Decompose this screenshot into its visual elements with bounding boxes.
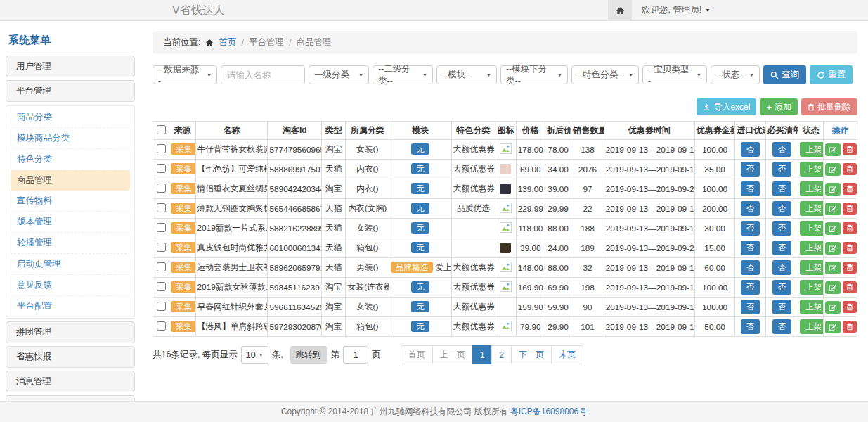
sidebar-item-9[interactable]: 启动页管理 <box>11 254 130 275</box>
status-button[interactable]: 上架 <box>800 221 824 236</box>
sidebar-item-12[interactable]: 拼团管理 <box>6 321 135 343</box>
import-select-toggle[interactable]: 否 <box>741 162 760 177</box>
must-buy-toggle[interactable]: 否 <box>772 300 792 314</box>
import-select-toggle[interactable]: 否 <box>741 319 760 334</box>
sidebar-item-7[interactable]: 版本管理 <box>11 212 130 233</box>
edit-button[interactable] <box>825 143 841 156</box>
edit-button[interactable] <box>825 321 841 333</box>
delete-button[interactable] <box>843 143 857 155</box>
row-checkbox[interactable] <box>157 321 166 331</box>
delete-button[interactable] <box>843 301 857 313</box>
sidebar-item-15[interactable]: 订单管理 <box>6 395 135 401</box>
sidebar-item-10[interactable]: 意见反馈 <box>11 275 130 296</box>
must-buy-toggle[interactable]: 否 <box>772 221 792 236</box>
delete-button[interactable] <box>843 262 857 274</box>
per-page-select[interactable]: 10 ▼ <box>241 346 268 364</box>
delete-button[interactable] <box>843 203 857 215</box>
filter-select-4[interactable]: --模块--▼ <box>436 65 497 84</box>
status-button[interactable]: 上架 <box>800 142 824 157</box>
filter-select-3[interactable]: --二级分类--▼ <box>373 65 433 84</box>
row-checkbox[interactable] <box>157 282 166 291</box>
filter-select-8[interactable]: --状态--▼ <box>711 65 760 84</box>
row-checkbox[interactable] <box>157 262 166 271</box>
filter-select-7[interactable]: --宝贝类型--▼ <box>642 65 707 84</box>
sidebar-item-11[interactable]: 平台配置 <box>11 296 130 316</box>
row-checkbox[interactable] <box>157 223 166 232</box>
import-select-toggle[interactable]: 否 <box>741 300 760 314</box>
row-checkbox[interactable] <box>157 302 166 311</box>
jump-button[interactable]: 跳转到 <box>290 346 327 364</box>
edit-button[interactable] <box>825 301 841 314</box>
search-button[interactable]: 查询 <box>763 65 806 84</box>
delete-button[interactable] <box>843 183 857 195</box>
import-excel-button[interactable]: 导入excel <box>697 98 756 115</box>
status-button[interactable]: 上架 <box>800 162 824 177</box>
pagination-button-2[interactable]: 2 <box>491 345 512 364</box>
delete-button[interactable] <box>843 321 857 333</box>
edit-button[interactable] <box>825 183 841 196</box>
batch-delete-button[interactable]: 批量删除 <box>801 98 857 115</box>
must-buy-toggle[interactable]: 否 <box>772 319 792 334</box>
sidebar-item-1[interactable]: 平台管理 <box>6 80 135 102</box>
delete-button[interactable] <box>843 163 857 175</box>
edit-button[interactable] <box>825 242 841 255</box>
user-menu[interactable]: 欢迎您, 管理员! ▼ <box>642 4 710 16</box>
sidebar-item-0[interactable]: 用户管理 <box>6 56 135 77</box>
edit-button[interactable] <box>825 281 841 294</box>
row-checkbox[interactable] <box>157 164 166 173</box>
select-all-checkbox[interactable] <box>157 125 166 134</box>
must-buy-toggle[interactable]: 否 <box>772 260 792 275</box>
sidebar-item-8[interactable]: 轮播管理 <box>11 233 130 254</box>
delete-button[interactable] <box>843 222 857 234</box>
status-button[interactable]: 上架 <box>800 201 824 216</box>
name-search-input[interactable] <box>221 65 305 84</box>
row-checkbox[interactable] <box>157 203 166 212</box>
filter-select-0[interactable]: --数据来源--▼ <box>153 65 217 84</box>
reset-button[interactable]: 重置 <box>810 65 853 84</box>
home-button[interactable] <box>608 0 632 20</box>
import-select-toggle[interactable]: 否 <box>741 181 760 196</box>
must-buy-toggle[interactable]: 否 <box>772 142 792 157</box>
breadcrumb-home-link[interactable]: 首页 <box>219 37 236 49</box>
pagination-button-末页[interactable]: 末页 <box>551 345 583 364</box>
icp-link[interactable]: 粤ICP备16098006号 <box>510 406 587 418</box>
add-button[interactable]: + 添加 <box>760 98 798 115</box>
sidebar-item-3[interactable]: 模块商品分类 <box>11 128 130 149</box>
pagination-button-1[interactable]: 1 <box>472 345 493 364</box>
pagination-button-下一页[interactable]: 下一页 <box>511 345 552 364</box>
row-checkbox[interactable] <box>157 184 166 193</box>
sidebar-item-2[interactable]: 商品分类 <box>11 107 130 128</box>
sidebar-item-4[interactable]: 特色分类 <box>11 149 130 170</box>
must-buy-toggle[interactable]: 否 <box>772 280 792 295</box>
status-button[interactable]: 上架 <box>800 319 824 334</box>
pagination-button-首页[interactable]: 首页 <box>401 345 433 364</box>
sidebar-item-14[interactable]: 消息管理 <box>6 371 135 392</box>
page-number-input[interactable] <box>343 346 368 364</box>
delete-button[interactable] <box>843 281 857 293</box>
filter-select-6[interactable]: --特色分类--▼ <box>571 65 639 84</box>
edit-button[interactable] <box>825 222 841 235</box>
import-select-toggle[interactable]: 否 <box>741 221 760 236</box>
status-button[interactable]: 上架 <box>800 280 824 295</box>
import-select-toggle[interactable]: 否 <box>741 260 760 275</box>
status-button[interactable]: 上架 <box>800 181 824 196</box>
edit-button[interactable] <box>825 262 841 274</box>
must-buy-toggle[interactable]: 否 <box>772 181 792 196</box>
sidebar-item-6[interactable]: 宣传物料 <box>11 191 130 212</box>
filter-select-2[interactable]: 一级分类▼ <box>309 65 369 84</box>
must-buy-toggle[interactable]: 否 <box>772 241 792 255</box>
import-select-toggle[interactable]: 否 <box>741 142 760 157</box>
row-checkbox[interactable] <box>157 144 166 153</box>
sidebar-item-5[interactable]: 商品管理 <box>11 170 130 191</box>
filter-select-5[interactable]: --模块下分类--▼ <box>500 65 568 84</box>
must-buy-toggle[interactable]: 否 <box>772 162 792 177</box>
import-select-toggle[interactable]: 否 <box>741 201 760 216</box>
import-select-toggle[interactable]: 否 <box>741 280 760 295</box>
row-checkbox[interactable] <box>157 243 166 252</box>
delete-button[interactable] <box>843 242 857 254</box>
status-button[interactable]: 上架 <box>800 300 824 314</box>
edit-button[interactable] <box>825 163 841 176</box>
sidebar-item-13[interactable]: 省惠快报 <box>6 346 135 368</box>
edit-button[interactable] <box>825 203 841 215</box>
must-buy-toggle[interactable]: 否 <box>772 201 792 216</box>
